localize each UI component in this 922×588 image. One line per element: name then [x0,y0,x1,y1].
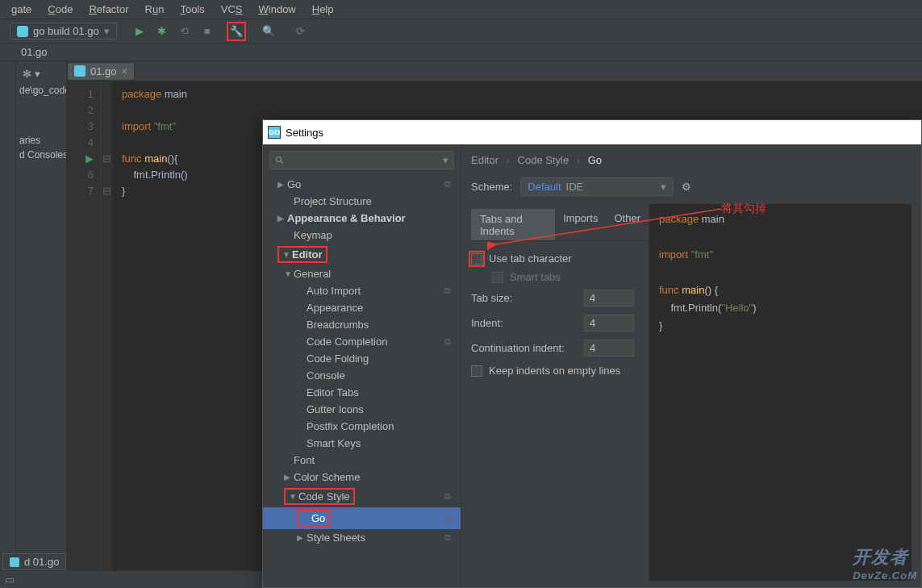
menu-refactor[interactable]: Refactor [81,1,136,18]
gopher-icon [10,557,19,567]
tree-item-appearance[interactable]: Appearance [263,299,461,316]
run-config-selector[interactable]: go build 01.go ▾ [10,23,117,40]
line-gutter: 1234▶67 [67,81,101,588]
sidebar-node[interactable]: de\go_code\da [16,83,66,98]
tree-item-style-sheets[interactable]: ▶ Style Sheets⧉ [263,529,461,546]
tree-item-smart-keys[interactable]: Smart Keys [263,435,461,452]
left-gutter-bar[interactable] [0,61,16,588]
status-icon[interactable]: ▭ [5,573,15,586]
tree-item-editor-tabs[interactable]: Editor Tabs [263,384,461,401]
sidebar-tools[interactable]: ✻▾ [16,65,66,83]
tree-item-auto-import[interactable]: Auto Import⧉ [263,282,461,299]
toolbar: go build 01.go ▾ ▶ ✱ ⟲ ■ 🔧 🔍 ⟳ [0,19,922,44]
navigation-bar: 01.go [0,44,922,61]
menu-tools[interactable]: Tools [172,1,212,18]
gopher-icon [74,65,86,77]
tree-item-code-completion[interactable]: Code Completion⧉ [263,333,461,350]
menu-gate[interactable]: gate [3,1,40,18]
search-icon [275,156,285,165]
tab-size-input[interactable] [584,290,634,307]
tab-other[interactable]: Other [606,209,649,240]
settings-breadcrumb: Editor › Code Style › Go [471,151,912,169]
run-button[interactable]: ▶ [130,22,149,41]
sidebar-node[interactable]: d Consoles [16,148,66,162]
gear-icon[interactable]: ✻ [23,68,31,80]
tree-item-gutter-icons[interactable]: Gutter Icons [263,401,461,418]
scheme-label: Scheme: [471,181,512,193]
scheme-selector[interactable]: Default IDE ▾ [520,177,674,196]
tab-tabs-indents[interactable]: Tabs and Indents [471,209,555,240]
tree-item-font[interactable]: Font [263,452,461,469]
tree-item-appearance-behavior[interactable]: ▶ Appearance & Behavior [263,210,461,227]
tree-item-code-folding[interactable]: Code Folding [263,350,461,367]
settings-tree-panel: ▾ ▶ Go⧉ Project Structure▶ Appearance & … [263,144,461,587]
nav-crumb[interactable]: 01.go [21,46,48,58]
menu-run[interactable]: Run [137,1,173,18]
smart-tabs-checkbox [492,272,503,283]
menu-vcs[interactable]: VCS [213,1,251,18]
cont-indent-input[interactable] [584,340,634,357]
tree-item-code-style[interactable]: ▼ Code Style⧉ [263,486,461,507]
tree-item-keymap[interactable]: Keymap [263,227,461,244]
tree-item-color-scheme[interactable]: ▶ Color Scheme [263,469,461,486]
editor-tab[interactable]: 01.go × [67,62,135,81]
scheme-gear-icon[interactable]: ⚙ [682,181,691,193]
tab-imports[interactable]: Imports [555,209,606,240]
dialog-titlebar[interactable]: GO Settings [263,120,921,144]
coverage-button[interactable]: ⟲ [175,22,194,41]
code-preview: package main import "fmt" func main() { … [649,204,912,581]
tree-item-go[interactable]: Go⧉ [263,507,461,529]
keep-empty-checkbox[interactable] [471,365,482,377]
menu-help[interactable]: Help [304,1,342,18]
svg-point-0 [277,156,282,161]
sidebar-node[interactable]: aries [16,133,66,148]
tree-item-project-structure[interactable]: Project Structure [263,193,461,210]
tree-item-console[interactable]: Console [263,367,461,384]
stop-button[interactable]: ■ [198,22,217,41]
editor-tabs: 01.go × [67,61,922,81]
keep-empty-label: Keep indents on empty lines [489,365,620,377]
indent-input[interactable] [584,315,634,332]
svg-line-1 [281,161,283,163]
settings-search[interactable]: ▾ [269,151,454,169]
dialog-title: Settings [286,127,323,139]
tree-item-postfix-completion[interactable]: Postfix Completion [263,418,461,435]
tree-item-go[interactable]: ▶ Go⧉ [263,176,461,193]
tab-size-label: Tab size: [471,292,584,304]
tree-item-editor[interactable]: ▼ Editor [263,244,461,265]
search-button[interactable]: 🔍 [259,22,278,41]
gopher-icon [17,26,28,37]
use-tab-checkbox[interactable] [471,253,482,265]
settings-content: Editor › Code Style › Go Scheme: Default… [461,144,921,587]
sync-button[interactable]: ⟳ [291,22,311,41]
use-tab-label: Use tab character [489,252,572,265]
indent-label: Indent: [471,317,584,329]
watermark: 开发者 DevZe.CoM [853,545,917,582]
scheme-ide: IDE [566,181,584,193]
bottom-tab-label: d 01.go [24,556,59,568]
crumb-codestyle[interactable]: Code Style [518,154,569,166]
bottom-tool-tab[interactable]: d 01.go [2,553,66,570]
project-sidebar[interactable]: ✻▾ de\go_code\da aries d Consoles [16,61,67,588]
menubar: gate Code Refactor Run Tools VCS Window … [0,0,922,19]
code-style-tabs: Tabs and Indents Imports Other [471,209,649,241]
goland-icon: GO [268,126,281,139]
crumb-go: Go [588,154,602,166]
menu-window[interactable]: Window [251,1,304,18]
fold-gutter[interactable]: ⊟ ⊟ [101,81,112,588]
run-config-label: go build 01.go [33,25,99,37]
hammer-button[interactable]: 🔧 [227,22,246,41]
crumb-editor[interactable]: Editor [471,154,499,166]
close-icon[interactable]: × [122,65,128,77]
menu-code[interactable]: Code [40,1,81,18]
cont-indent-label: Continuation indent: [471,342,584,354]
settings-dialog: GO Settings ▾ ▶ Go⧉ Project Structure▶ A… [262,119,922,588]
smart-tabs-label: Smart tabs [510,271,561,283]
scheme-default: Default [528,181,561,193]
settings-tree[interactable]: ▶ Go⧉ Project Structure▶ Appearance & Be… [263,176,461,587]
debug-button[interactable]: ✱ [152,22,172,41]
tree-item-general[interactable]: ▼ General [263,265,461,282]
tab-label: 01.go [90,65,117,77]
tree-item-breadcrumbs[interactable]: Breadcrumbs [263,316,461,333]
